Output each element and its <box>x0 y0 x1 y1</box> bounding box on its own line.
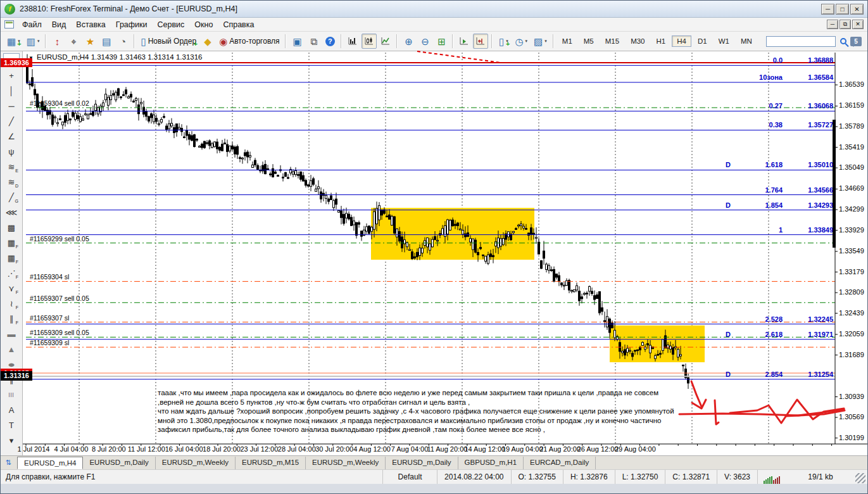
chart-shift-icon[interactable] <box>473 34 488 49</box>
window-list-icon[interactable]: ⇅ <box>2 458 15 468</box>
andrews-pitchfork-tool[interactable]: ψ <box>3 144 20 158</box>
data-window-icon[interactable]: ⌖ <box>66 34 81 49</box>
window-controls: ─□✕ <box>821 4 864 15</box>
search-icon[interactable] <box>840 38 846 44</box>
terminal-icon[interactable]: ▤ <box>99 34 114 49</box>
new-chart-icon[interactable]: ▦+▾ <box>4 34 23 49</box>
print-icon[interactable]: ⧉ <box>306 34 321 49</box>
timeframe-M1-button[interactable]: M1 <box>557 35 577 47</box>
toolbar-separator <box>45 34 46 48</box>
chart-tab-7[interactable]: EURCAD_m,Daily <box>524 457 596 469</box>
fibo-channel-e-tool[interactable]: ≋E <box>3 160 20 174</box>
chart-tab-0[interactable]: EURUSD_m,H4 <box>17 457 83 469</box>
gann-fan-tool[interactable]: ⋘ <box>3 205 20 219</box>
timeframe-M15-button[interactable]: M15 <box>600 35 624 47</box>
notifications-badge[interactable]: 5 <box>850 37 862 46</box>
zoom-out-icon[interactable]: ⊖ <box>417 34 432 49</box>
menu-Вид[interactable]: Вид <box>47 18 72 31</box>
timeframe-W1-button[interactable]: W1 <box>714 35 734 47</box>
text-label-tool[interactable]: T <box>3 418 20 432</box>
profiles-icon[interactable]: ▥▾ <box>24 34 42 49</box>
cursor-tool[interactable]: ↖ <box>3 53 20 67</box>
triangle-tool[interactable]: ▲ <box>3 342 20 356</box>
timeframe-M30-button[interactable]: M30 <box>626 35 650 47</box>
horizontal-line-tool[interactable]: ─ <box>3 99 20 113</box>
market-watch-icon[interactable]: ↕ <box>49 34 65 49</box>
ellipse-tool[interactable]: ● <box>3 357 20 371</box>
fibo-channel-d-tool[interactable]: ≋D <box>3 175 20 189</box>
fullscreen-icon[interactable]: ▣ <box>289 34 305 49</box>
chart-tab-3[interactable]: EURUSD_m,M15 <box>236 457 306 469</box>
mdi-restore-button[interactable]: ⧉ <box>840 20 851 29</box>
help-icon[interactable]: ? <box>322 34 337 49</box>
toolbar-scroll-down[interactable]: ▾ <box>3 433 20 447</box>
menu-Сервис[interactable]: Сервис <box>153 18 190 31</box>
status-cell-3: L: 1.32750 <box>615 470 665 484</box>
fibo-arcs-tool[interactable]: ⋎F <box>3 281 20 295</box>
autotrading-button[interactable]: ◉Авто-торговля <box>217 34 282 49</box>
toolbar-separator <box>491 34 493 48</box>
chart-tab-1[interactable]: EURUSD_m,Daily <box>83 457 155 469</box>
chart-tab-6[interactable]: GBPUSD_m,H1 <box>458 457 524 469</box>
menu-bar: ФайлВидВставкаГрафикиСервисОкноСправка ─… <box>1 18 867 32</box>
navigator-icon[interactable]: ★ <box>82 34 97 49</box>
metaeditor-icon[interactable]: ◆ <box>200 34 215 49</box>
bar-chart-icon[interactable] <box>345 34 360 49</box>
gann-grid-tool[interactable]: ▩ <box>3 220 20 234</box>
chart-area[interactable] <box>23 51 868 455</box>
chart-tab-2[interactable]: EURUSD_m,Week­ly <box>156 457 236 469</box>
close-button[interactable]: ✕ <box>850 4 864 15</box>
resize-grip[interactable] <box>855 473 865 483</box>
timeframe-MN-button[interactable]: MN <box>736 35 757 47</box>
rectangle-tool[interactable]: ▬ <box>3 327 20 341</box>
new-order-button[interactable]: ▯+Новый Ордер <box>138 34 199 49</box>
templates-icon[interactable]: ▨▾ <box>531 34 550 49</box>
chart-window-icon[interactable] <box>4 20 14 28</box>
crosshair-tool[interactable]: + <box>3 68 20 82</box>
chart-tab-5[interactable]: EURUSD_m,Daily <box>386 457 458 469</box>
fibo-grid-f-tool[interactable]: ▦F <box>3 236 20 250</box>
fibo-fan-tool[interactable]: ⋰F <box>3 266 20 280</box>
indicators-icon[interactable]: ▯+▾ <box>496 34 511 49</box>
fibo-parallel-tool[interactable]: ∥F <box>3 312 20 326</box>
vertical-line-tool[interactable]: │ <box>3 84 20 98</box>
mdi-minimize-button[interactable]: ─ <box>827 20 838 29</box>
tile-windows-icon[interactable]: ⊞ <box>434 34 449 49</box>
drawing-tools-toolbar: ↖+│─╱∠ψ≋E≋D╱G⋘▩▦F▦F⋰F⋎F≀F∥F▬▲●∥|||AT▾ <box>1 51 23 455</box>
trendline-tool[interactable]: ╱ <box>3 114 20 128</box>
auto-scroll-icon[interactable] <box>456 34 472 49</box>
zoom-in-icon[interactable]: ⊕ <box>401 34 416 49</box>
timeframe-D1-button[interactable]: D1 <box>693 35 712 47</box>
search-input[interactable] <box>766 36 836 47</box>
periods-icon[interactable]: ◷▾ <box>512 34 530 49</box>
line-chart-icon[interactable] <box>378 34 393 49</box>
menu-Окно[interactable]: Окно <box>189 18 218 31</box>
menu-items: ФайлВидВставкаГрафикиСервисОкноСправка <box>17 18 259 31</box>
status-cell-4: C: 1.32871 <box>665 470 717 484</box>
trend-by-angle-tool[interactable]: ∠ <box>3 129 20 143</box>
text-tool[interactable]: A <box>3 403 20 417</box>
timeframe-H1-button[interactable]: H1 <box>651 35 671 47</box>
parallel-channel-tool[interactable]: ∥ <box>3 372 20 386</box>
mdi-close-button[interactable]: ✕ <box>852 20 864 29</box>
menu-Графики[interactable]: Графики <box>111 18 153 31</box>
status-help-text: Для справки, нажмите F1 <box>1 472 382 481</box>
strategy-tester-icon[interactable]: ◔ <box>115 34 130 49</box>
fibo-grid2-f-tool[interactable]: ▦F <box>3 251 20 265</box>
cycle-lines-tool[interactable]: ||| <box>3 388 20 402</box>
chart-tab-4[interactable]: EURUSD_m,Weekly <box>306 457 386 469</box>
menu-Вставка[interactable]: Вставка <box>71 18 110 31</box>
fibo-timezones-tool[interactable]: ≀F <box>3 296 20 310</box>
menu-Справка[interactable]: Справка <box>218 18 259 31</box>
minimize-button[interactable]: ─ <box>821 4 834 15</box>
timeframe-H4-button[interactable]: H4 <box>672 35 691 47</box>
menu-Файл[interactable]: Файл <box>17 18 47 31</box>
candlestick-chart-icon[interactable] <box>362 34 377 49</box>
status-profile[interactable]: Default <box>382 470 437 484</box>
maximize-button[interactable]: □ <box>836 4 849 15</box>
gann-line-tool[interactable]: ╱G <box>3 190 20 204</box>
title-bar: f 238810: FreshForex Terminal - Демо Сче… <box>1 1 867 18</box>
timeframe-M5-button[interactable]: M5 <box>579 35 599 47</box>
application-window: f 238810: FreshForex Terminal - Демо Сче… <box>0 0 868 494</box>
toolbar-separator <box>452 34 453 48</box>
